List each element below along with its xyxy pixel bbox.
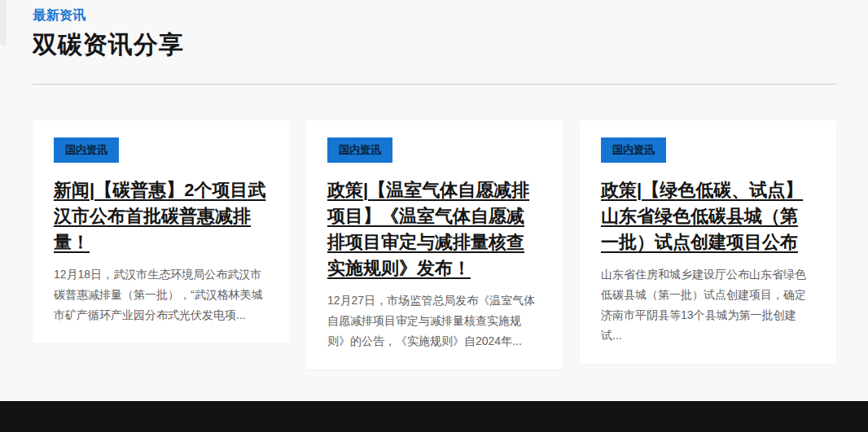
news-card[interactable]: 国内资讯 新闻|【碳普惠】2个项目武汉市公布首批碳普惠减排量！ 12月18日，武… [33, 120, 289, 343]
article-title-link[interactable]: 政策|【绿色低碳、试点】山东省绿色低碳县城（第一批）试点创建项目公布 [601, 180, 803, 252]
article-excerpt: 12月18日，武汉市生态环境局公布武汉市碳普惠减排量（第一批），“武汉格林美城市… [54, 264, 268, 325]
news-card[interactable]: 国内资讯 政策|【绿色低碳、试点】山东省绿色低碳县城（第一批）试点创建项目公布 … [580, 120, 836, 364]
category-badge[interactable]: 国内资讯 [54, 137, 119, 163]
news-card-grid: 国内资讯 新闻|【碳普惠】2个项目武汉市公布首批碳普惠减排量！ 12月18日，武… [33, 120, 836, 369]
news-page: 最新资讯 双碳资讯分享 国内资讯 新闻|【碳普惠】2个项目武汉市公布首批碳普惠减… [0, 0, 868, 432]
page-title: 双碳资讯分享 [33, 28, 836, 62]
scrollbar-thumb[interactable] [0, 0, 7, 46]
content-container: 最新资讯 双碳资讯分享 国内资讯 新闻|【碳普惠】2个项目武汉市公布首批碳普惠减… [33, 0, 836, 369]
article-title-link[interactable]: 政策|【温室气体自愿减排项目】《温室气体自愿减排项目审定与减排量核查实施规则》发… [327, 180, 529, 278]
article-title: 政策|【绿色低碳、试点】山东省绿色低碳县城（第一批）试点创建项目公布 [601, 177, 815, 255]
article-excerpt: 12月27日，市场监管总局发布《温室气体自愿减排项目审定与减排量核查实施规则》的… [327, 290, 541, 351]
article-title-link[interactable]: 新闻|【碳普惠】2个项目武汉市公布首批碳普惠减排量！ [54, 180, 265, 252]
section-divider [33, 84, 836, 85]
category-badge[interactable]: 国内资讯 [327, 137, 392, 163]
section-eyebrow: 最新资讯 [33, 7, 836, 24]
footer-bar [0, 401, 868, 432]
article-title: 政策|【温室气体自愿减排项目】《温室气体自愿减排项目审定与减排量核查实施规则》发… [327, 177, 541, 281]
news-card[interactable]: 国内资讯 政策|【温室气体自愿减排项目】《温室气体自愿减排项目审定与减排量核查实… [306, 120, 563, 369]
article-title: 新闻|【碳普惠】2个项目武汉市公布首批碳普惠减排量！ [54, 177, 268, 255]
category-badge[interactable]: 国内资讯 [601, 137, 666, 163]
article-excerpt: 山东省住房和城乡建设厅公布山东省绿色低碳县城（第一批）试点创建项目，确定济南市平… [601, 264, 815, 346]
